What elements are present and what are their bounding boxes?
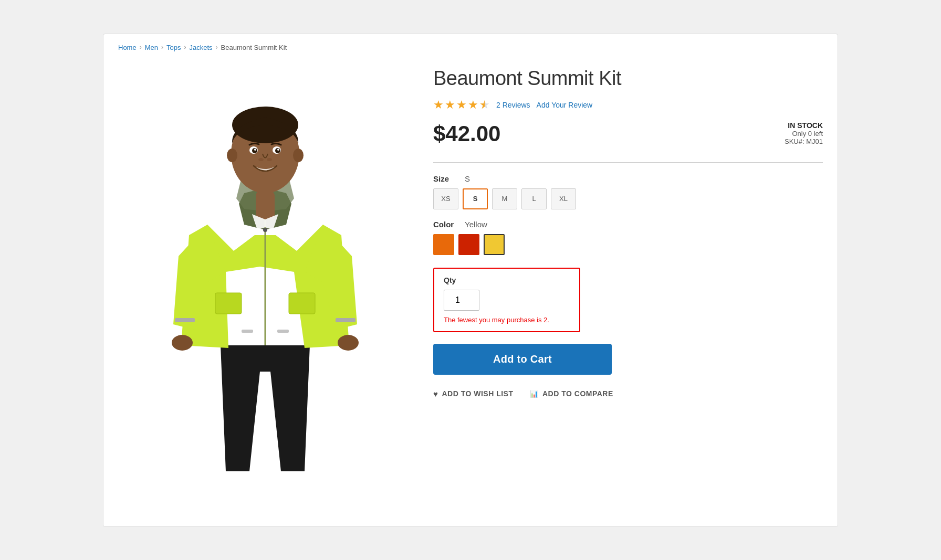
star-3: ★ bbox=[456, 98, 467, 112]
svg-rect-3 bbox=[175, 318, 195, 322]
breadcrumb-tops[interactable]: Tops bbox=[166, 44, 181, 51]
svg-point-16 bbox=[277, 149, 279, 151]
svg-rect-8 bbox=[256, 191, 275, 219]
svg-point-2 bbox=[263, 228, 267, 232]
svg-point-17 bbox=[258, 158, 264, 161]
action-links: ♥ ADD TO WISH LIST 📊 ADD TO COMPARE bbox=[433, 389, 823, 398]
breadcrumb-current: Beaumont Summit Kit bbox=[221, 44, 287, 51]
qty-error: The fewest you may purchase is 2. bbox=[444, 316, 570, 324]
qty-input[interactable] bbox=[444, 290, 479, 311]
stock-status: IN STOCK bbox=[785, 121, 823, 130]
wish-list-label: ADD TO WISH LIST bbox=[442, 389, 513, 398]
page-wrapper: Home › Men › Tops › Jackets › Beaumont S… bbox=[0, 0, 941, 560]
qty-box: Qty The fewest you may purchase is 2. bbox=[433, 268, 580, 332]
selected-color-label: Yellow bbox=[465, 220, 487, 229]
color-swatch-red[interactable] bbox=[458, 234, 479, 255]
sku-label: SKU#: bbox=[785, 138, 804, 145]
svg-point-19 bbox=[227, 149, 237, 162]
chart-icon: 📊 bbox=[530, 390, 539, 398]
breadcrumb-sep-1: › bbox=[140, 44, 142, 51]
price-stock-row: $42.00 IN STOCK Only 0 left SKU#: MJ01 bbox=[433, 121, 823, 146]
breadcrumb-sep-4: › bbox=[216, 44, 218, 51]
breadcrumb-men[interactable]: Men bbox=[145, 44, 158, 51]
stock-info: IN STOCK Only 0 left SKU#: MJ01 bbox=[785, 121, 823, 145]
reviews-link[interactable]: 2 Reviews bbox=[496, 101, 530, 109]
breadcrumb-jackets[interactable]: Jackets bbox=[189, 44, 212, 51]
product-image-svg bbox=[139, 72, 391, 482]
product-image bbox=[129, 62, 402, 492]
svg-point-22 bbox=[338, 335, 359, 351]
product-title: Beaumont Summit Kit bbox=[433, 67, 823, 90]
color-swatch-yellow[interactable] bbox=[484, 234, 505, 255]
svg-rect-6 bbox=[289, 293, 315, 314]
size-btn-l[interactable]: L bbox=[521, 188, 547, 209]
size-btn-xs[interactable]: XS bbox=[433, 188, 458, 209]
stock-qty: Only 0 left bbox=[785, 130, 823, 138]
breadcrumb-home[interactable]: Home bbox=[118, 44, 137, 51]
star-5-half: ★ ★ bbox=[479, 98, 490, 112]
size-options: XS S M L XL bbox=[433, 188, 823, 209]
size-btn-s[interactable]: S bbox=[463, 188, 488, 209]
size-section: Size S XS S M L XL bbox=[433, 174, 823, 209]
add-to-cart-button[interactable]: Add to Cart bbox=[433, 344, 612, 375]
star-1: ★ bbox=[433, 98, 444, 112]
sku-row: SKU#: MJ01 bbox=[785, 138, 823, 145]
svg-point-21 bbox=[172, 335, 193, 351]
star-2: ★ bbox=[445, 98, 455, 112]
svg-rect-23 bbox=[242, 330, 253, 333]
product-card: Home › Men › Tops › Jackets › Beaumont S… bbox=[103, 34, 838, 527]
svg-point-15 bbox=[254, 149, 256, 151]
breadcrumb: Home › Men › Tops › Jackets › Beaumont S… bbox=[103, 34, 838, 57]
rating-row: ★ ★ ★ ★ ★ ★ 2 Reviews Add Your Review bbox=[433, 98, 823, 112]
product-image-section bbox=[118, 57, 412, 512]
product-divider bbox=[433, 162, 823, 163]
star-rating: ★ ★ ★ ★ ★ ★ bbox=[433, 98, 490, 112]
color-options bbox=[433, 234, 823, 255]
compare-label: ADD TO COMPARE bbox=[542, 389, 613, 398]
svg-rect-5 bbox=[215, 293, 242, 314]
star-4: ★ bbox=[468, 98, 478, 112]
add-review-link[interactable]: Add Your Review bbox=[537, 101, 593, 109]
product-price: $42.00 bbox=[433, 121, 500, 146]
main-content: Beaumont Summit Kit ★ ★ ★ ★ ★ ★ 2 bbox=[103, 57, 838, 526]
breadcrumb-sep-2: › bbox=[161, 44, 163, 51]
sku-value: MJ01 bbox=[806, 138, 823, 145]
svg-rect-4 bbox=[336, 318, 356, 322]
svg-point-18 bbox=[267, 158, 272, 161]
compare-link[interactable]: 📊 ADD TO COMPARE bbox=[530, 389, 613, 398]
selected-size-label: S bbox=[465, 174, 470, 183]
svg-rect-24 bbox=[277, 330, 289, 333]
color-label: Color bbox=[433, 220, 459, 229]
size-btn-xl[interactable]: XL bbox=[551, 188, 576, 209]
size-btn-m[interactable]: M bbox=[492, 188, 517, 209]
wish-list-link[interactable]: ♥ ADD TO WISH LIST bbox=[433, 389, 513, 398]
size-label: Size bbox=[433, 174, 459, 183]
color-swatch-orange[interactable] bbox=[433, 234, 454, 255]
svg-point-20 bbox=[293, 149, 304, 162]
heart-icon: ♥ bbox=[433, 389, 438, 398]
color-section: Color Yellow bbox=[433, 220, 823, 255]
qty-label: Qty bbox=[444, 276, 570, 284]
breadcrumb-sep-3: › bbox=[184, 44, 186, 51]
product-details: Beaumont Summit Kit ★ ★ ★ ★ ★ ★ 2 bbox=[433, 57, 823, 512]
qty-section: Qty The fewest you may purchase is 2. bbox=[433, 268, 823, 332]
